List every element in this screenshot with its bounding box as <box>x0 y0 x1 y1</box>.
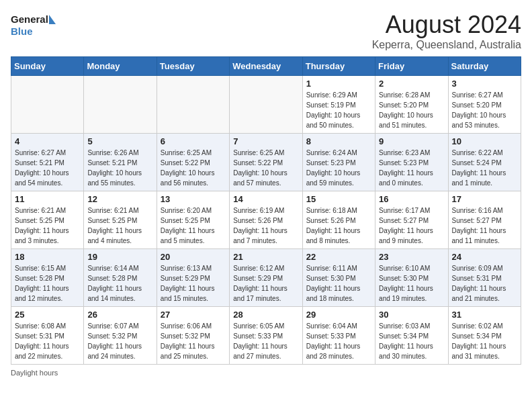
calendar-cell <box>230 76 302 134</box>
calendar-cell: 26Sunrise: 6:07 AMSunset: 5:32 PMDayligh… <box>84 307 157 365</box>
calendar-cell: 9Sunrise: 6:23 AMSunset: 5:23 PMDaylight… <box>375 134 448 191</box>
calendar-cell: 1Sunrise: 6:29 AMSunset: 5:19 PMDaylight… <box>302 76 375 134</box>
day-number: 21 <box>233 252 298 262</box>
footer-note: Daylight hours <box>11 369 521 377</box>
calendar-cell: 31Sunrise: 6:02 AMSunset: 5:34 PMDayligh… <box>448 307 521 365</box>
day-number: 5 <box>87 136 152 146</box>
calendar-table: SundayMondayTuesdayWednesdayThursdayFrid… <box>11 56 521 365</box>
calendar-cell: 28Sunrise: 6:05 AMSunset: 5:33 PMDayligh… <box>230 307 302 365</box>
weekday-header-sunday: Sunday <box>11 57 84 76</box>
calendar-week-row: 18Sunrise: 6:15 AMSunset: 5:28 PMDayligh… <box>11 249 521 307</box>
calendar-cell: 4Sunrise: 6:27 AMSunset: 5:21 PMDaylight… <box>11 134 84 191</box>
day-info: Sunrise: 6:14 AMSunset: 5:28 PMDaylight:… <box>87 263 152 304</box>
day-number: 6 <box>161 136 226 146</box>
day-info: Sunrise: 6:04 AMSunset: 5:33 PMDaylight:… <box>306 321 371 361</box>
calendar-cell: 7Sunrise: 6:25 AMSunset: 5:22 PMDaylight… <box>230 134 302 191</box>
day-number: 24 <box>452 252 517 262</box>
day-info: Sunrise: 6:25 AMSunset: 5:22 PMDaylight:… <box>233 148 298 188</box>
calendar-cell: 24Sunrise: 6:09 AMSunset: 5:31 PMDayligh… <box>448 249 521 307</box>
day-number: 17 <box>452 194 517 204</box>
calendar-week-row: 25Sunrise: 6:08 AMSunset: 5:31 PMDayligh… <box>11 307 521 365</box>
day-info: Sunrise: 6:15 AMSunset: 5:28 PMDaylight:… <box>15 263 80 304</box>
logo-svg: General Blue <box>11 11 58 40</box>
calendar-cell: 30Sunrise: 6:03 AMSunset: 5:34 PMDayligh… <box>375 307 448 365</box>
day-info: Sunrise: 6:05 AMSunset: 5:33 PMDaylight:… <box>233 321 298 361</box>
weekday-header-monday: Monday <box>84 57 157 76</box>
calendar-cell: 18Sunrise: 6:15 AMSunset: 5:28 PMDayligh… <box>11 249 84 307</box>
day-number: 19 <box>87 252 152 262</box>
svg-text:General: General <box>11 13 48 25</box>
day-info: Sunrise: 6:19 AMSunset: 5:26 PMDaylight:… <box>233 205 298 246</box>
day-number: 26 <box>87 310 152 320</box>
daylight-hours-label: Daylight hours <box>11 369 58 377</box>
day-info: Sunrise: 6:03 AMSunset: 5:34 PMDaylight:… <box>379 321 444 361</box>
day-number: 10 <box>452 136 517 146</box>
day-info: Sunrise: 6:28 AMSunset: 5:20 PMDaylight:… <box>379 90 444 130</box>
calendar-cell: 13Sunrise: 6:20 AMSunset: 5:25 PMDayligh… <box>157 191 229 249</box>
location-subtitle: Keperra, Queensland, Australia <box>372 39 521 51</box>
day-number: 4 <box>15 136 80 146</box>
day-info: Sunrise: 6:10 AMSunset: 5:30 PMDaylight:… <box>379 263 444 304</box>
day-info: Sunrise: 6:09 AMSunset: 5:31 PMDaylight:… <box>452 263 517 304</box>
calendar-cell: 15Sunrise: 6:18 AMSunset: 5:26 PMDayligh… <box>302 191 375 249</box>
day-info: Sunrise: 6:22 AMSunset: 5:24 PMDaylight:… <box>452 148 517 188</box>
day-info: Sunrise: 6:11 AMSunset: 5:30 PMDaylight:… <box>306 263 371 304</box>
calendar-cell: 29Sunrise: 6:04 AMSunset: 5:33 PMDayligh… <box>302 307 375 365</box>
day-number: 18 <box>15 252 80 262</box>
day-info: Sunrise: 6:21 AMSunset: 5:25 PMDaylight:… <box>87 205 152 246</box>
calendar-cell: 16Sunrise: 6:17 AMSunset: 5:27 PMDayligh… <box>375 191 448 249</box>
weekday-header-saturday: Saturday <box>448 57 521 76</box>
calendar-cell: 23Sunrise: 6:10 AMSunset: 5:30 PMDayligh… <box>375 249 448 307</box>
day-info: Sunrise: 6:23 AMSunset: 5:23 PMDaylight:… <box>379 148 444 188</box>
day-info: Sunrise: 6:07 AMSunset: 5:32 PMDaylight:… <box>87 321 152 361</box>
day-number: 14 <box>233 194 298 204</box>
calendar-cell: 20Sunrise: 6:13 AMSunset: 5:29 PMDayligh… <box>157 249 229 307</box>
calendar-cell <box>84 76 157 134</box>
calendar-cell: 3Sunrise: 6:27 AMSunset: 5:20 PMDaylight… <box>448 76 521 134</box>
day-number: 9 <box>379 136 444 146</box>
day-number: 16 <box>379 194 444 204</box>
page-header: General Blue August 2024 Keperra, Queens… <box>11 11 521 51</box>
svg-marker-2 <box>49 15 56 24</box>
calendar-cell: 5Sunrise: 6:26 AMSunset: 5:21 PMDaylight… <box>84 134 157 191</box>
calendar-cell <box>157 76 229 134</box>
day-number: 30 <box>379 310 444 320</box>
day-number: 29 <box>306 310 371 320</box>
day-number: 22 <box>306 252 371 262</box>
day-info: Sunrise: 6:20 AMSunset: 5:25 PMDaylight:… <box>161 205 226 246</box>
day-number: 28 <box>233 310 298 320</box>
day-number: 1 <box>306 79 371 89</box>
calendar-cell: 22Sunrise: 6:11 AMSunset: 5:30 PMDayligh… <box>302 249 375 307</box>
day-info: Sunrise: 6:21 AMSunset: 5:25 PMDaylight:… <box>15 205 80 246</box>
day-number: 11 <box>15 194 80 204</box>
day-info: Sunrise: 6:08 AMSunset: 5:31 PMDaylight:… <box>15 321 80 361</box>
day-info: Sunrise: 6:24 AMSunset: 5:23 PMDaylight:… <box>306 148 371 188</box>
calendar-header-row: SundayMondayTuesdayWednesdayThursdayFrid… <box>11 57 521 76</box>
day-info: Sunrise: 6:27 AMSunset: 5:21 PMDaylight:… <box>15 148 80 188</box>
day-info: Sunrise: 6:29 AMSunset: 5:19 PMDaylight:… <box>306 90 371 130</box>
calendar-cell: 21Sunrise: 6:12 AMSunset: 5:29 PMDayligh… <box>230 249 302 307</box>
calendar-cell <box>11 76 84 134</box>
calendar-cell: 11Sunrise: 6:21 AMSunset: 5:25 PMDayligh… <box>11 191 84 249</box>
day-number: 8 <box>306 136 371 146</box>
calendar-cell: 6Sunrise: 6:25 AMSunset: 5:22 PMDaylight… <box>157 134 229 191</box>
calendar-cell: 17Sunrise: 6:16 AMSunset: 5:27 PMDayligh… <box>448 191 521 249</box>
day-number: 13 <box>161 194 226 204</box>
day-number: 27 <box>161 310 226 320</box>
day-info: Sunrise: 6:12 AMSunset: 5:29 PMDaylight:… <box>233 263 298 304</box>
weekday-header-friday: Friday <box>375 57 448 76</box>
calendar-week-row: 4Sunrise: 6:27 AMSunset: 5:21 PMDaylight… <box>11 134 521 191</box>
calendar-cell: 27Sunrise: 6:06 AMSunset: 5:32 PMDayligh… <box>157 307 229 365</box>
day-number: 2 <box>379 79 444 89</box>
calendar-cell: 2Sunrise: 6:28 AMSunset: 5:20 PMDaylight… <box>375 76 448 134</box>
calendar-cell: 19Sunrise: 6:14 AMSunset: 5:28 PMDayligh… <box>84 249 157 307</box>
weekday-header-tuesday: Tuesday <box>157 57 229 76</box>
day-number: 12 <box>87 194 152 204</box>
calendar-cell: 25Sunrise: 6:08 AMSunset: 5:31 PMDayligh… <box>11 307 84 365</box>
day-number: 20 <box>161 252 226 262</box>
weekday-header-wednesday: Wednesday <box>230 57 302 76</box>
day-info: Sunrise: 6:17 AMSunset: 5:27 PMDaylight:… <box>379 205 444 246</box>
day-info: Sunrise: 6:25 AMSunset: 5:22 PMDaylight:… <box>161 148 226 188</box>
day-number: 15 <box>306 194 371 204</box>
day-number: 25 <box>15 310 80 320</box>
